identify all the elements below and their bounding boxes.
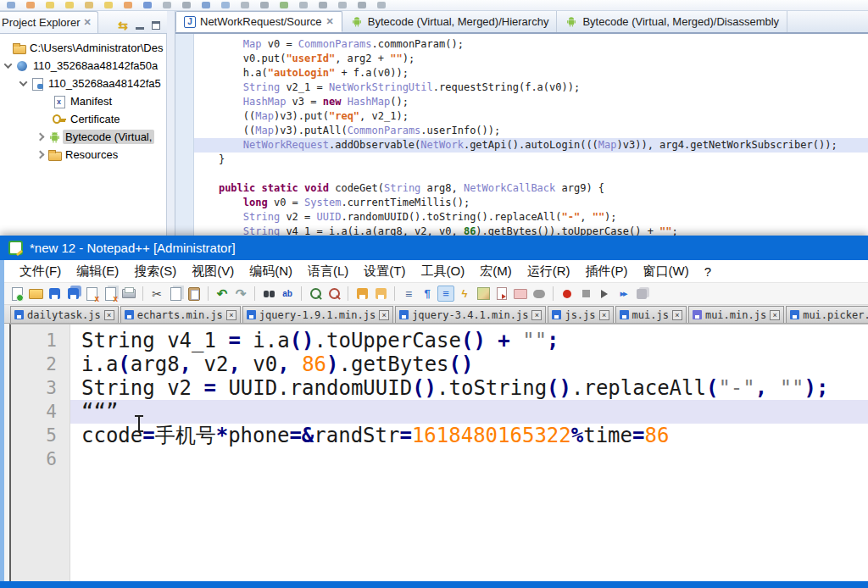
toolbar-icon[interactable]	[182, 2, 191, 8]
file-tab[interactable]: jquery-1.9.1.min.js×	[242, 306, 393, 323]
find-icon[interactable]	[260, 286, 277, 302]
paste-icon[interactable]	[186, 286, 203, 302]
word-wrap-icon[interactable]	[400, 286, 417, 302]
show-all-chars-icon[interactable]	[419, 286, 436, 302]
toolbar-icon[interactable]	[202, 2, 210, 8]
menu-run[interactable]: 运行(R)	[520, 262, 578, 281]
close-tab-icon[interactable]: ×	[599, 310, 609, 320]
macro-stop-icon[interactable]	[577, 286, 594, 302]
toolbar-icon[interactable]	[163, 2, 171, 8]
indent-guide-icon[interactable]	[437, 286, 454, 302]
toolbar-icon[interactable]	[124, 2, 132, 8]
tab-bytecode-hierarchy[interactable]: Bytecode (Virtual, Merged)/Hierarchy	[342, 11, 558, 32]
print-icon[interactable]	[120, 286, 137, 302]
close-icon[interactable]: ✕	[83, 17, 91, 28]
menu-edit[interactable]: 编辑(E)	[69, 262, 126, 281]
file-tab[interactable]: dailytask.js×	[10, 306, 119, 323]
close-tab-icon[interactable]: ×	[379, 310, 389, 320]
close-tab-icon[interactable]: ×	[104, 310, 114, 320]
menu-macro[interactable]: 宏(M)	[472, 262, 520, 281]
tree-item-apk[interactable]: 110_35268aa48142fa50a	[0, 57, 166, 75]
toolbar-icon[interactable]	[260, 2, 269, 8]
source-view[interactable]: Map v0 = CommonParams.commonParam(); v0.…	[175, 34, 868, 236]
file-tab[interactable]: js.js×	[548, 306, 613, 323]
toolbar-icon[interactable]	[377, 2, 386, 8]
macro-play-icon[interactable]	[596, 286, 613, 302]
tree-item-certificate[interactable]: Certificate	[0, 110, 166, 128]
toolbar-icon[interactable]	[104, 2, 113, 8]
load-session-icon[interactable]	[372, 286, 389, 302]
copy-icon[interactable]	[167, 286, 184, 302]
cut-icon[interactable]	[148, 286, 165, 302]
close-tab-icon[interactable]: ×	[672, 310, 682, 320]
monitoring-icon[interactable]	[531, 286, 548, 302]
zoom-out-icon[interactable]	[326, 286, 342, 302]
toolbar-icon[interactable]	[7, 2, 15, 8]
tree-item-package[interactable]: 110_35268aa48142fa5	[0, 75, 166, 92]
menu-window[interactable]: 窗口(W)	[635, 262, 696, 281]
toolbar-icon[interactable]	[299, 2, 308, 8]
macro-record-icon[interactable]	[559, 286, 576, 302]
toolbar-icon[interactable]	[280, 2, 288, 8]
save-session-icon[interactable]	[353, 286, 370, 302]
undo-icon[interactable]	[214, 286, 231, 302]
tab-project-explorer[interactable]: Project Explorer ✕	[0, 11, 98, 33]
close-tab-icon[interactable]: ×	[531, 310, 542, 320]
tree-item-manifest[interactable]: Manifest	[0, 92, 166, 110]
editor-text[interactable]: String v4_1 = i.a().toUpperCase() + "";i…	[70, 325, 868, 581]
new-file-icon[interactable]	[8, 286, 25, 302]
menu-view[interactable]: 视图(V)	[184, 262, 242, 281]
menu-encoding[interactable]: 编码(N)	[242, 262, 300, 281]
file-tab[interactable]: echarts.min.js×	[120, 306, 241, 323]
toolbar-icon[interactable]	[319, 2, 327, 8]
close-tab-icon[interactable]: ×	[226, 310, 236, 320]
toolbar-icon[interactable]	[221, 2, 230, 8]
close-tab-icon[interactable]: ×	[770, 310, 780, 320]
close-file-icon[interactable]	[83, 286, 100, 302]
close-icon[interactable]: ✕	[326, 16, 334, 27]
toolbar-icon[interactable]	[26, 2, 35, 8]
tree-item-bytecode[interactable]: Bytecode (Virtual,	[0, 128, 166, 146]
menu-plugins[interactable]: 插件(P)	[577, 262, 635, 281]
toolbar-icon[interactable]	[46, 2, 54, 8]
macro-run-multiple-icon[interactable]	[615, 286, 632, 302]
macro-save-icon[interactable]	[633, 286, 650, 302]
toolbar-icon[interactable]	[338, 2, 347, 8]
titlebar[interactable]: *new 12 - Notepad++ [Administrator]	[0, 236, 868, 260]
menu-settings[interactable]: 设置(T)	[356, 262, 413, 281]
maximize-icon[interactable]	[152, 21, 160, 30]
chevron-right-icon[interactable]	[36, 133, 45, 141]
text-editor[interactable]: 123456 String v4_1 = i.a().toUpperCase()…	[9, 324, 868, 581]
save-icon[interactable]	[46, 286, 63, 302]
menu-language[interactable]: 语言(L)	[300, 262, 356, 281]
folder-workspace-icon[interactable]	[512, 286, 529, 302]
file-tab[interactable]: mui.js×	[615, 306, 687, 323]
open-file-icon[interactable]	[27, 286, 44, 302]
document-switcher-icon[interactable]	[493, 286, 510, 302]
tree-item-project-root[interactable]: C:\Users\Administrator\Des	[0, 39, 166, 57]
menu-tools[interactable]: 工具(O)	[413, 262, 472, 281]
document-map-icon[interactable]	[475, 286, 492, 302]
menu-search[interactable]: 搜索(S)	[126, 262, 184, 281]
tab-networkrequest-source[interactable]: J NetWorkRequest/Source ✕	[175, 11, 342, 32]
toolbar-icon[interactable]	[241, 2, 249, 8]
file-tab[interactable]: mui.min.js×	[688, 306, 784, 323]
chevron-right-icon[interactable]	[36, 151, 45, 159]
minimize-icon[interactable]	[136, 22, 144, 30]
menu-help[interactable]: ?	[697, 263, 719, 280]
tree-item-resources[interactable]: Resources	[0, 146, 166, 164]
file-tab[interactable]: mui.picker.js×	[786, 306, 868, 323]
menu-file[interactable]: 文件(F)	[12, 262, 69, 281]
zoom-in-icon[interactable]	[307, 286, 324, 302]
replace-icon[interactable]	[279, 286, 296, 302]
redo-icon[interactable]	[232, 286, 249, 302]
toolbar-icon[interactable]	[85, 2, 93, 8]
toolbar-icon[interactable]	[358, 2, 366, 8]
toolbar-icon[interactable]	[65, 2, 74, 8]
tab-bytecode-disassembly[interactable]: Bytecode (Virtual, Merged)/Disassembly	[557, 11, 787, 32]
file-tab[interactable]: jquery-3.4.1.min.js×	[395, 306, 546, 323]
toolbar-icon[interactable]	[143, 2, 152, 8]
link-with-editor-icon[interactable]: ⇆	[118, 21, 128, 30]
save-all-icon[interactable]	[64, 286, 81, 302]
close-all-icon[interactable]	[102, 286, 119, 302]
